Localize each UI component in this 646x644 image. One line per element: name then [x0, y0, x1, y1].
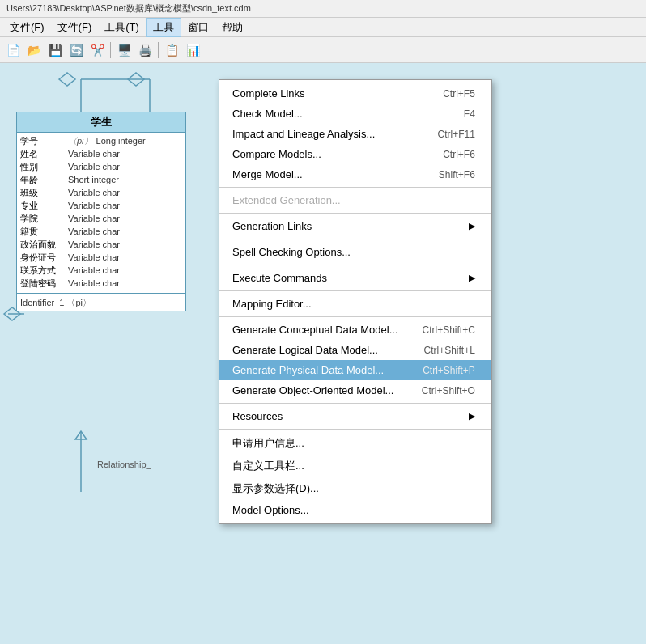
menu-file1[interactable]: 文件(F): [3, 19, 51, 36]
menu-generation-links[interactable]: Generation Links ▶: [219, 216, 491, 236]
menu-sep1: [219, 187, 491, 188]
menu-bar: 文件(F) 文件(F) 工具(T) 工具 窗口 帮助: [0, 18, 646, 37]
menu-gen-conceptual[interactable]: Generate Conceptual Data Model... Ctrl+S…: [219, 320, 491, 340]
entity-rows: 学号 〈pi〉 Long integer 姓名 Variable char 性别…: [17, 133, 185, 291]
entity-row-banji: 班级 Variable char: [20, 186, 182, 199]
toolbar: 📄 📂 💾 🔄 ✂️ 🖥️ 🖨️ 📋 📊: [0, 37, 646, 63]
toolbar-refresh[interactable]: 🔄: [66, 40, 86, 60]
menu-mapping-editor[interactable]: Mapping Editor...: [219, 294, 491, 314]
menu-apply-user[interactable]: 申请用户信息...: [219, 432, 491, 455]
menu-sep5: [219, 290, 491, 291]
menu-sep6: [219, 316, 491, 317]
entity-row-mima: 登陆密码 Variable char: [20, 277, 182, 290]
menu-file2[interactable]: 文件(F): [51, 19, 99, 36]
svg-marker-3: [59, 73, 75, 86]
menu-impact-lineage[interactable]: Impact and Lineage Analysis... Ctrl+F11: [219, 124, 491, 144]
toolbar-open[interactable]: 📂: [24, 40, 44, 60]
menu-tools2[interactable]: 工具: [146, 18, 181, 37]
menu-sep4: [219, 265, 491, 265]
menu-gen-oo[interactable]: Generate Object-Oriented Model... Ctrl+S…: [219, 380, 491, 400]
entity-box: 学生 学号 〈pi〉 Long integer 姓名 Variable char…: [16, 112, 186, 311]
dropdown-menu: Complete Links Ctrl+F5 Check Model... F4…: [219, 79, 492, 524]
menu-sep2: [219, 213, 491, 214]
toolbar-save[interactable]: 💾: [45, 40, 65, 60]
title-bar: Users\27183\Desktop\ASP.net数据库\概念模型\csdn…: [0, 0, 646, 18]
menu-tools1[interactable]: 工具(T): [98, 19, 146, 36]
entity-separator: [17, 293, 185, 294]
toolbar-new[interactable]: 📄: [3, 40, 23, 60]
entity-row-zhuanye: 专业 Variable char: [20, 199, 182, 212]
entity-row-xingming: 姓名 Variable char: [20, 147, 182, 160]
menu-check-model[interactable]: Check Model... F4: [219, 104, 491, 124]
menu-gen-logical[interactable]: Generate Logical Data Model... Ctrl+Shif…: [219, 340, 491, 360]
entity-footer: Identifier_1 〈pi〉: [17, 295, 185, 311]
menu-gen-physical[interactable]: Generate Physical Data Model... Ctrl+Shi…: [219, 360, 491, 380]
menu-custom-toolbar[interactable]: 自定义工具栏...: [219, 455, 491, 477]
relationship-label: Relationship_: [97, 460, 151, 469]
menu-extended-generation: Extended Generation...: [219, 190, 491, 210]
menu-execute-commands[interactable]: Execute Commands ▶: [219, 268, 491, 288]
menu-help[interactable]: 帮助: [215, 19, 249, 36]
entity-row-lianxi: 联系方式 Variable char: [20, 264, 182, 277]
menu-sep3: [219, 239, 491, 239]
toolbar-extra1[interactable]: 📋: [162, 40, 181, 60]
canvas-area[interactable]: 学生 学号 〈pi〉 Long integer 姓名 Variable char…: [0, 63, 646, 644]
menu-show-params[interactable]: 显示参数选择(D)...: [219, 477, 491, 500]
menu-sep8: [219, 429, 491, 430]
toolbar-cut[interactable]: ✂️: [87, 40, 107, 60]
menu-window[interactable]: 窗口: [181, 19, 215, 36]
entity-row-xuehao: 学号 〈pi〉 Long integer: [20, 134, 182, 147]
entity-row-xingbie: 性别 Variable char: [20, 160, 182, 173]
toolbar-extra2[interactable]: 📊: [183, 40, 202, 60]
menu-compare-models[interactable]: Compare Models... Ctrl+F6: [219, 144, 491, 164]
main-area: 学生 学号 〈pi〉 Long integer 姓名 Variable char…: [0, 63, 646, 644]
toolbar-sep2: [158, 42, 159, 58]
menu-merge-model[interactable]: Merge Model... Shift+F6: [219, 164, 491, 184]
svg-marker-8: [75, 431, 87, 439]
svg-marker-4: [128, 73, 144, 86]
title-text: Users\27183\Desktop\ASP.net数据库\概念模型\csdn…: [6, 2, 251, 15]
menu-complete-links[interactable]: Complete Links Ctrl+F5: [219, 83, 491, 104]
toolbar-print[interactable]: 🖨️: [135, 40, 155, 60]
entity-row-jiguan: 籍贯 Variable char: [20, 225, 182, 238]
toolbar-display[interactable]: 🖥️: [114, 40, 134, 60]
menu-spell-checking[interactable]: Spell Checking Options...: [219, 242, 491, 262]
menu-model-options[interactable]: Model Options...: [219, 500, 491, 520]
menu-sep7: [219, 403, 491, 404]
entity-row-sfz: 身份证号 Variable char: [20, 251, 182, 264]
entity-row-zhengzhi: 政治面貌 Variable char: [20, 238, 182, 251]
entity-header: 学生: [17, 112, 185, 133]
entity-row-nianling: 年龄 Short integer: [20, 173, 182, 186]
entity-row-xueyuan: 学院 Variable char: [20, 212, 182, 225]
menu-resources[interactable]: Resources ▶: [219, 406, 491, 426]
toolbar-sep1: [110, 42, 111, 58]
